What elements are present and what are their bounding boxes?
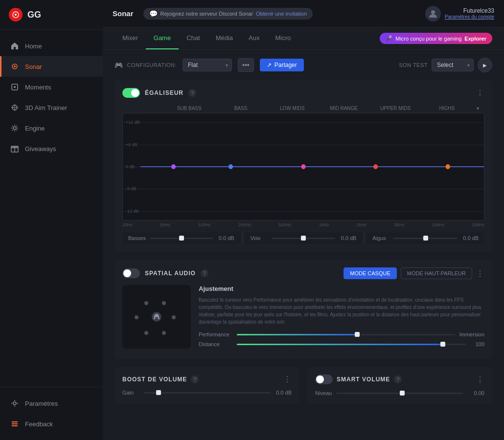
spatial-content: Ajustement Basculez le curseur vers Perf… — [122, 285, 484, 351]
mode-speaker-button[interactable]: MODE HAUT-PARLEUR — [401, 267, 472, 279]
gain-track[interactable] — [143, 392, 271, 394]
bottom-sections: BOOST DE VOLUME ? ⋮ Gain 0.0 dB — [115, 367, 492, 404]
svg-rect-19 — [154, 317, 155, 319]
aim-icon — [10, 103, 19, 112]
immersion-label: Immersion — [459, 331, 484, 337]
niveau-track[interactable] — [336, 393, 463, 394]
boost-header: BOOST DE VOLUME ? ⋮ — [122, 374, 292, 384]
smart-volume-section: SMART VOLUME ? ⋮ Niveau 0.00 — [307, 367, 492, 404]
spatial-more-icon[interactable]: ⋮ — [476, 269, 484, 278]
spatial-title: SPATIAL AUDIO — [145, 270, 196, 277]
svg-point-13 — [13, 402, 16, 405]
sidebar-item-aim[interactable]: 3D Aim Trainer — [0, 97, 103, 118]
basses-thumb[interactable] — [179, 236, 184, 241]
spatial-toggle[interactable] — [122, 268, 140, 278]
share-button[interactable]: ↗ Partager — [260, 59, 304, 71]
tab-aux[interactable]: Aux — [241, 27, 267, 49]
eq-freq-labels: SUB BASS BASS LOW MIDS MID RANGE UPPER M… — [122, 106, 484, 111]
eq-toggle[interactable] — [122, 88, 140, 98]
smart-help-icon[interactable]: ? — [394, 375, 402, 383]
gain-thumb[interactable] — [156, 390, 161, 395]
equalizer-section: ÉGALISEUR ? ⋮ SUB BASS BASS LOW MIDS MID… — [115, 80, 492, 252]
config-icon: 🎮 — [115, 61, 123, 69]
eq-chart: +12 dB +6 dB 0 dB -6 dB -12 dB — [122, 113, 484, 220]
eq-point-bass[interactable] — [229, 164, 233, 169]
sidebar-item-giveaways[interactable]: Giveaways — [0, 138, 103, 159]
aigus-thumb[interactable] — [423, 236, 428, 241]
distance-value: 100 — [470, 341, 484, 347]
aigus-track[interactable] — [393, 238, 458, 239]
eq-point-lowmids[interactable] — [301, 164, 306, 169]
smart-volume-toggle[interactable] — [315, 374, 333, 384]
svg-point-9 — [13, 127, 16, 130]
tab-mixer[interactable]: Mixer — [115, 27, 146, 49]
tab-chat[interactable]: Chat — [179, 27, 207, 49]
play-button[interactable]: ▶ — [478, 58, 492, 72]
micro-badge-btn[interactable]: Explorer — [464, 36, 486, 42]
voix-track[interactable] — [272, 238, 336, 239]
freq-label-lowmids: LOW MIDS — [267, 106, 318, 111]
niveau-thumb[interactable] — [400, 391, 405, 396]
sidebar-item-home[interactable]: Home — [0, 36, 103, 56]
config-select[interactable]: Flat Bass Boost Custom — [183, 59, 232, 71]
sidebar-bottom: Paramètres Feedback — [0, 387, 103, 440]
user-avatar — [425, 6, 441, 22]
discord-icon: 💬 — [149, 10, 158, 18]
freq-200hz: 200Hz — [238, 222, 251, 227]
performance-thumb[interactable] — [355, 332, 360, 337]
aigus-slider-group: Aigus 0.0 dB — [367, 232, 484, 244]
app-name: GG — [27, 10, 41, 20]
sidebar-item-engine[interactable]: Engine — [0, 118, 103, 138]
son-test-select[interactable]: Select Option 1 Option 2 — [432, 59, 474, 71]
settings-icon — [10, 399, 19, 408]
eq-help-icon[interactable]: ? — [188, 89, 196, 97]
discord-invite-link[interactable]: Obtenir une invitation — [256, 11, 307, 17]
eq-more-icon[interactable]: ⋮ — [476, 88, 484, 98]
distance-fill — [237, 344, 443, 345]
eq-point-midrange[interactable] — [373, 164, 378, 169]
performance-track[interactable] — [237, 334, 456, 335]
config-more-button[interactable]: ••• — [238, 58, 254, 72]
spatial-audio-section: SPATIAL AUDIO ? MODE CASQUE MODE HAUT-PA… — [115, 260, 492, 359]
spatial-header: SPATIAL AUDIO ? MODE CASQUE MODE HAUT-PA… — [122, 267, 484, 279]
boost-more-icon[interactable]: ⋮ — [283, 374, 292, 384]
svg-rect-20 — [158, 317, 160, 319]
sidebar: GG Home Sonar — [0, 0, 103, 440]
eq-header: ÉGALISEUR ? ⋮ — [122, 88, 484, 98]
aigus-label: Aigus — [372, 235, 389, 241]
niveau-row: Niveau 0.00 — [315, 390, 484, 396]
svg-point-5 — [14, 86, 16, 88]
sidebar-item-settings[interactable]: Paramètres — [0, 393, 103, 414]
micro-badge-text: Micro conçu pour le gaming — [395, 36, 461, 42]
eq-title-group: ÉGALISEUR ? — [122, 88, 196, 98]
freq-spacer — [124, 106, 163, 111]
eq-point-subbass[interactable] — [171, 164, 176, 169]
eq-point-highs[interactable] — [446, 164, 450, 169]
distance-track[interactable] — [237, 344, 466, 345]
tab-game[interactable]: Game — [146, 27, 179, 49]
micro-badge[interactable]: 🎤 Micro conçu pour le gaming Explorer — [380, 33, 492, 44]
tab-micro[interactable]: Micro — [267, 27, 298, 49]
distance-thumb[interactable] — [440, 342, 445, 347]
gain-label: Gain — [122, 390, 139, 396]
sidebar-item-moments[interactable]: Moments — [0, 77, 103, 97]
boost-help-icon[interactable]: ? — [191, 375, 199, 383]
spatial-help-icon[interactable]: ? — [201, 269, 208, 277]
sidebar-item-sonar[interactable]: Sonar — [0, 56, 103, 77]
basses-track[interactable] — [150, 238, 213, 239]
svg-point-1 — [15, 14, 17, 16]
tab-media[interactable]: Média — [208, 27, 241, 49]
freq-expand-icon[interactable]: ▾ — [473, 106, 482, 111]
smart-more-icon[interactable]: ⋮ — [476, 375, 484, 384]
sidebar-item-aim-label: 3D Aim Trainer — [25, 104, 67, 111]
config-label-text: CONFIGURATION: — [127, 62, 177, 68]
user-settings-link[interactable]: Paramètres du compte — [445, 14, 494, 20]
svg-point-17 — [431, 10, 435, 14]
speaker-dot-1 — [144, 301, 148, 305]
mode-headset-button[interactable]: MODE CASQUE — [344, 267, 397, 279]
slider-divider-1 — [242, 232, 243, 244]
eq-title: ÉGALISEUR — [145, 89, 183, 96]
sidebar-item-sonar-label: Sonar — [25, 63, 42, 70]
voix-thumb[interactable] — [301, 236, 306, 241]
sidebar-item-feedback[interactable]: Feedback — [0, 414, 103, 434]
